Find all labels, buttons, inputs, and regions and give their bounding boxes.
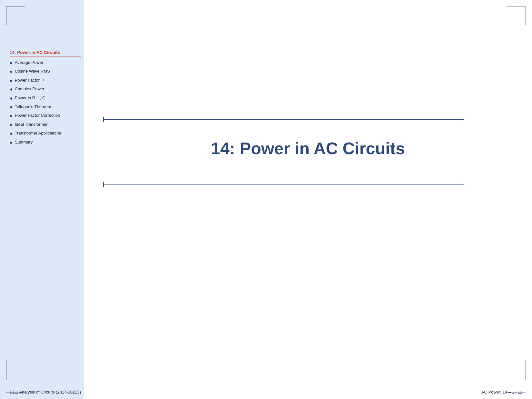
sidebar-content: 14: Power in AC Circuits ●Average Power●… xyxy=(10,50,81,148)
bullet-icon: ● xyxy=(10,95,13,102)
nav-item-label: Tellegen's Theorem xyxy=(15,104,51,110)
bullet-icon: ● xyxy=(10,86,13,93)
lower-rule xyxy=(84,184,484,185)
upper-rule-line xyxy=(103,119,464,120)
bullet-icon: ● xyxy=(10,130,13,137)
nav-item-label: Transformer Applications xyxy=(15,130,61,136)
sidebar-nav-item-6[interactable]: ●Power Factor Correction xyxy=(10,113,81,119)
nav-item-label: Power Factor Correction xyxy=(15,113,60,118)
sidebar-nav-item-1[interactable]: ●Cosine Wave RMS xyxy=(10,68,81,75)
footer: E1.1 Analysis of Circuits (2017-10213) A… xyxy=(10,390,522,394)
sidebar-title[interactable]: 14: Power in AC Circuits xyxy=(10,50,81,56)
bullet-icon: ● xyxy=(10,77,13,84)
bullet-icon: ● xyxy=(10,59,13,66)
bullet-icon: ● xyxy=(10,139,13,146)
nav-item-label: Summary xyxy=(15,139,33,145)
upper-rule-tick-right xyxy=(464,117,464,122)
lower-rule-tick-left xyxy=(103,182,104,187)
sidebar-nav-item-7[interactable]: ●Ideal Transformer xyxy=(10,122,81,128)
nav-item-label: Cosine Wave RMS xyxy=(15,68,50,74)
corner-mark-bl-v xyxy=(6,360,6,380)
bullet-icon: ● xyxy=(10,104,13,111)
bullet-icon: ● xyxy=(10,68,13,75)
sidebar-nav-item-5[interactable]: ●Tellegen's Theorem xyxy=(10,104,81,111)
footer-left: E1.1 Analysis of Circuits (2017-10213) xyxy=(10,390,81,394)
upper-rule xyxy=(84,119,484,120)
nav-item-label: Power Factor xyxy=(15,77,40,83)
sidebar-nav-item-4[interactable]: ●Power in R, L, C xyxy=(10,95,81,102)
lower-rule-tick-right xyxy=(464,182,464,187)
corner-mark-tr-v xyxy=(526,6,526,25)
sidebar-nav-item-2[interactable]: ●Power Factor+ xyxy=(10,77,81,84)
main-title: 14: Power in AC Circuits xyxy=(84,139,532,158)
nav-item-label: Average Power xyxy=(15,60,44,65)
corner-mark-tl-v xyxy=(6,6,6,25)
corner-mark-br-v xyxy=(526,360,526,380)
corner-mark-tr-h xyxy=(507,6,526,6)
nav-list: ●Average Power●Cosine Wave RMS●Power Fac… xyxy=(10,60,81,146)
nav-item-extra: + xyxy=(42,77,45,83)
bullet-icon: ● xyxy=(10,112,13,119)
corner-mark-tl-h xyxy=(6,6,25,6)
bullet-icon: ● xyxy=(10,121,13,128)
nav-item-label: Ideal Transformer xyxy=(15,122,48,127)
nav-item-label: Complex Power xyxy=(15,86,44,92)
lower-rule-line xyxy=(103,184,464,185)
nav-item-label: Power in R, L, C xyxy=(15,95,45,101)
upper-rule-tick-left xyxy=(103,117,104,122)
sidebar-nav-item-0[interactable]: ●Average Power xyxy=(10,60,81,66)
sidebar-nav-item-3[interactable]: ●Complex Power xyxy=(10,86,81,93)
sidebar-nav-item-8[interactable]: ●Transformer Applications xyxy=(10,130,81,137)
sidebar-nav-item-9[interactable]: ●Summary xyxy=(10,139,81,146)
footer-right: AC Power: 14 – 1 / 11 xyxy=(481,390,522,394)
